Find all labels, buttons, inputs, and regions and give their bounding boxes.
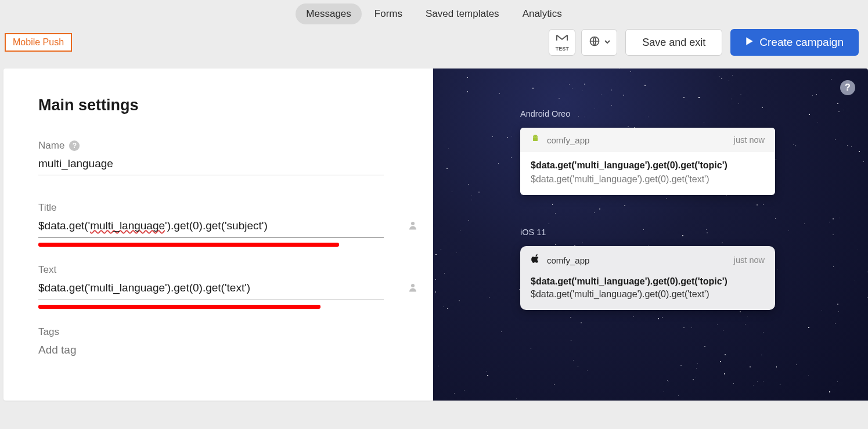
svg-rect-5	[533, 137, 538, 141]
notif-text: $data.get('multi_language').get(0).get('…	[531, 174, 765, 185]
tab-messages[interactable]: Messages	[296, 3, 361, 24]
notif-time: just now	[734, 135, 765, 145]
apple-icon	[531, 254, 540, 266]
ios-notification: comfy_app just now $data.get('multi_lang…	[520, 246, 775, 310]
name-input[interactable]	[38, 155, 384, 175]
create-campaign-button[interactable]: Create campaign	[730, 29, 859, 56]
play-icon	[745, 36, 754, 49]
test-label: TEST	[556, 46, 569, 52]
svg-point-2	[411, 284, 415, 287]
globe-icon	[589, 35, 600, 49]
notif-text: $data.get('multi_language').get(0).get('…	[531, 289, 765, 300]
header-row: Mobile Push TEST Save and exit Create ca…	[0, 29, 868, 69]
android-label: Android Oreo	[520, 109, 775, 118]
person-icon[interactable]	[408, 220, 418, 233]
title-field: Title $data.get('multi_language').get(0)…	[38, 202, 398, 237]
svg-point-4	[536, 136, 536, 136]
notif-time: just now	[734, 255, 765, 265]
save-and-exit-button[interactable]: Save and exit	[625, 29, 722, 56]
create-campaign-label: Create campaign	[759, 36, 844, 49]
tab-saved-templates[interactable]: Saved templates	[415, 3, 510, 24]
envelope-test-icon	[556, 34, 568, 45]
preview-panel: ? Android Oreo comfy_app just now	[433, 69, 868, 401]
top-nav: Messages Forms Saved templates Analytics	[0, 0, 868, 29]
section-title: Main settings	[38, 96, 398, 114]
tags-label: Tags	[38, 326, 59, 338]
android-notification: comfy_app just now $data.get('multi_lang…	[520, 128, 775, 195]
annotation-underline-title	[38, 243, 339, 247]
language-dropdown[interactable]	[581, 29, 617, 56]
svg-point-1	[411, 222, 415, 225]
main-area: Main settings Name ? Title $data.get('mu…	[0, 69, 868, 401]
test-button[interactable]: TEST	[549, 29, 575, 56]
android-icon	[531, 134, 540, 146]
form-card: Main settings Name ? Title $data.get('mu…	[3, 69, 433, 401]
tags-input[interactable]	[38, 341, 384, 361]
mobile-push-badge: Mobile Push	[5, 33, 72, 52]
tags-field: Tags	[38, 326, 398, 361]
tab-forms[interactable]: Forms	[364, 3, 413, 24]
name-field: Name ?	[38, 140, 398, 175]
tab-analytics[interactable]: Analytics	[512, 3, 572, 24]
text-field: Text	[38, 264, 398, 300]
help-icon[interactable]: ?	[69, 140, 80, 151]
chevron-down-icon	[604, 37, 611, 48]
svg-point-3	[534, 136, 534, 136]
name-label: Name	[38, 140, 64, 152]
notif-title: $data.get('multi_language').get(0).get('…	[531, 276, 765, 287]
text-label: Text	[38, 264, 56, 276]
app-name: comfy_app	[547, 255, 589, 265]
annotation-underline-text	[38, 305, 320, 309]
ios-label: iOS 11	[520, 228, 775, 237]
title-input[interactable]: $data.get('multi_language').get(0).get('…	[38, 217, 384, 237]
person-icon[interactable]	[408, 282, 418, 295]
app-name: comfy_app	[547, 135, 589, 145]
title-label: Title	[38, 202, 57, 214]
notif-title: $data.get('multi_language').get(0).get('…	[531, 160, 765, 171]
text-input[interactable]	[38, 279, 384, 300]
